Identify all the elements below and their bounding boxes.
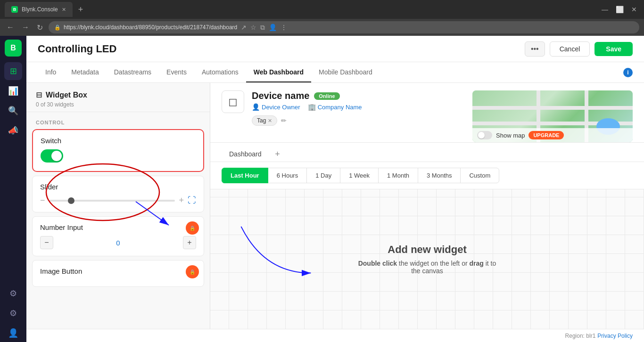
sidebar-icon-send[interactable]: 📣 (4, 122, 22, 139)
slider-widget[interactable]: Slider − + ⛶ (32, 176, 204, 212)
window-maximize-icon[interactable]: ⬜ (613, 5, 626, 14)
number-row: − 0 + (40, 236, 196, 249)
time-3-months[interactable]: 3 Months (418, 168, 461, 183)
switch-widget-label: Switch (41, 137, 196, 145)
tab-info[interactable]: Info (38, 63, 64, 82)
tab-close-icon[interactable]: ✕ (62, 7, 66, 13)
switch-widget[interactable]: Switch (32, 129, 204, 172)
time-custom[interactable]: Custom (460, 168, 499, 183)
sidebar-icon-settings[interactable]: ⚙ (4, 285, 22, 302)
sidebar-icon-gear[interactable]: ⚙ (4, 304, 22, 322)
section-label: CONTROL (32, 118, 204, 129)
online-badge: Online (314, 92, 339, 100)
profile-icon[interactable]: 👤 (269, 24, 277, 32)
sidebar-icon-chart[interactable]: 📊 (4, 82, 22, 100)
sidebar-avatar[interactable]: B (5, 40, 22, 57)
sidebar-icon-grid[interactable]: ⊞ (4, 62, 22, 80)
dashboard-tab[interactable]: Dashboard (222, 147, 269, 162)
device-owner-link[interactable]: 👤 Device Owner (252, 103, 300, 111)
owner-icon: 👤 (252, 103, 260, 111)
time-1-month[interactable]: 1 Month (378, 168, 418, 183)
reload-button[interactable]: ↻ (35, 22, 45, 33)
tab-metadata[interactable]: Metadata (64, 63, 106, 82)
tab-web-dashboard[interactable]: Web Dashboard (246, 63, 311, 82)
number-plus-button[interactable]: + (183, 236, 196, 249)
time-last-hour[interactable]: Last Hour (222, 168, 268, 183)
show-map-label: Show map (496, 132, 525, 139)
time-6-hours[interactable]: 6 Hours (268, 168, 307, 183)
switch-toggle[interactable] (41, 149, 63, 163)
canvas-desc-line2: the canvas (411, 267, 443, 275)
tab-datastreams[interactable]: Datastreams (107, 63, 159, 82)
time-1-day[interactable]: 1 Day (306, 168, 340, 183)
more-options-button[interactable]: ••• (525, 41, 545, 57)
image-button-widget[interactable]: Image Button 🔒 (32, 260, 204, 287)
browser-tab[interactable]: B Blynk.Console ✕ (5, 2, 73, 17)
widget-box-title: ⊟ Widget Box (36, 90, 200, 99)
share-icon[interactable]: ↗ (241, 24, 247, 32)
address-bar[interactable]: 🔒 https://blynk.cloud/dashboard/88950/pr… (49, 21, 639, 33)
map-area: Show map UPGRADE (472, 90, 633, 142)
url-text: https://blynk.cloud/dashboard/88950/prod… (64, 24, 237, 31)
split-screen-icon[interactable]: ⧉ (260, 24, 265, 32)
device-info: Device name Online 👤 Device Owner 🏢 (252, 90, 461, 131)
slider-track[interactable] (49, 200, 175, 202)
content-area: ⊟ Widget Box 0 of 30 widgets CONTROL Swi… (26, 83, 644, 329)
slider-plus[interactable]: + (179, 195, 184, 205)
number-input-label: Number Input (40, 223, 196, 231)
device-section: ◻ Device name Online 👤 Device Owner (210, 83, 644, 143)
canvas-desc-text2: it to (484, 260, 496, 267)
info-icon-button[interactable]: i (623, 68, 633, 77)
company-link[interactable]: 🏢 Company Name (308, 103, 362, 111)
slider-minus[interactable]: − (40, 195, 45, 205)
number-minus-button[interactable]: − (40, 236, 53, 249)
tag-edit-button[interactable]: ✏ (281, 117, 287, 124)
forward-button[interactable]: → (20, 22, 31, 33)
privacy-policy-link[interactable]: Privacy Policy (597, 333, 633, 339)
sidebar: B ⊞ 📊 🔍 📣 ⚙ ⚙ 👤 (0, 36, 26, 342)
status-bar: Region: blr1 Privacy Policy (26, 329, 644, 342)
dashboard-area: ◻ Device name Online 👤 Device Owner (210, 83, 644, 329)
new-tab-button[interactable]: + (78, 5, 83, 15)
address-bar-actions: ↗ ☆ ⧉ 👤 ⋮ (241, 24, 287, 32)
save-button[interactable]: Save (594, 42, 633, 56)
pro-badge-image: 🔒 (186, 265, 199, 278)
device-icon: ◻ (222, 90, 244, 113)
bookmark-icon[interactable]: ☆ (250, 24, 256, 32)
pro-badge-number: 🔒 (186, 221, 199, 235)
add-tab-button[interactable]: + (271, 147, 284, 161)
browser-chrome: B Blynk.Console ✕ + — ⬜ ✕ (0, 0, 644, 19)
tab-mobile-dashboard[interactable]: Mobile Dashboard (311, 63, 380, 82)
show-map-toggle[interactable] (477, 131, 492, 139)
window-close-icon[interactable]: ✕ (629, 5, 639, 14)
slider-row: − + ⛶ (40, 195, 196, 205)
widget-box-header: ⊟ Widget Box 0 of 30 widgets (26, 83, 210, 112)
slider-widget-label: Slider (40, 183, 196, 191)
window-minimize-icon[interactable]: — (599, 5, 611, 14)
main-content: Controlling LED ••• Cancel Save Info Met… (26, 36, 644, 342)
back-button[interactable]: ← (5, 22, 16, 33)
tag-remove-button[interactable]: ✕ (268, 118, 272, 124)
time-1-week[interactable]: 1 Week (340, 168, 379, 183)
sidebar-icon-search[interactable]: 🔍 (4, 102, 22, 120)
slider-thumb (68, 197, 74, 204)
tag-row: Tag ✕ ✏ (252, 115, 461, 131)
sidebar-icon-user[interactable]: 👤 (4, 324, 22, 342)
time-filter: Last Hour 6 Hours 1 Day 1 Week 1 Month 3… (210, 162, 644, 189)
annotation-arrow-svg (210, 189, 644, 329)
widget-count: 0 of 30 widgets (36, 101, 200, 108)
canvas-desc-drag: drag (469, 260, 483, 267)
map-road-h1 (472, 106, 633, 110)
menu-icon[interactable]: ⋮ (281, 24, 287, 32)
tab-automations[interactable]: Automations (194, 63, 246, 82)
nav-tabs: Info Metadata Datastreams Events Automat… (26, 62, 644, 83)
widget-list: CONTROL Switch Slider − (26, 112, 210, 329)
number-input-widget[interactable]: Number Input − 0 + 🔒 (32, 216, 204, 256)
device-name-row: Device name Online (252, 90, 461, 101)
cancel-button[interactable]: Cancel (550, 41, 590, 57)
canvas-title: Add new widget (388, 244, 466, 256)
tab-events[interactable]: Events (159, 63, 194, 82)
upgrade-badge[interactable]: UPGRADE (528, 131, 564, 139)
map-overlay: Show map UPGRADE (472, 128, 633, 142)
tab-favicon: B (11, 6, 18, 13)
